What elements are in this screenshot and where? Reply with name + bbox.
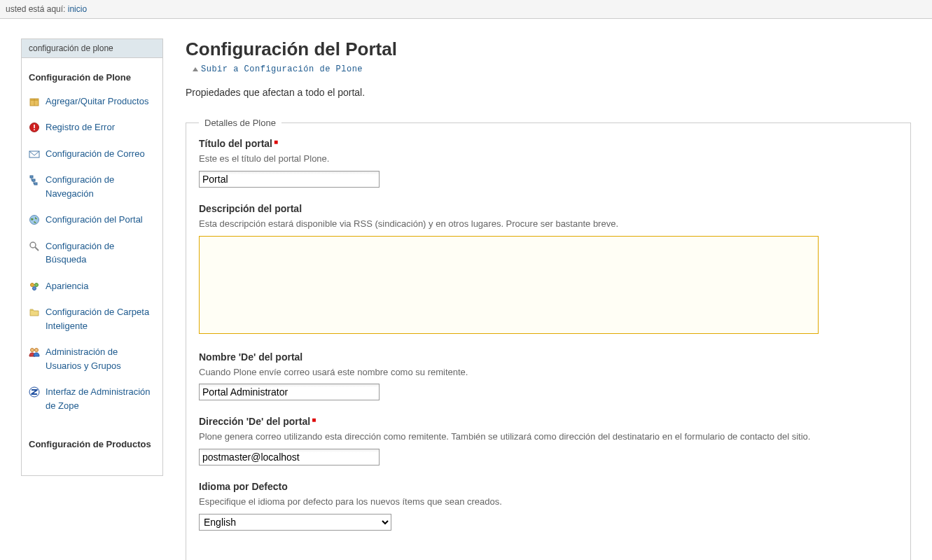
fieldset-plone-details: Detalles de Plone Título del portal■ Est… <box>186 118 911 560</box>
from-address-input[interactable] <box>199 449 380 465</box>
svg-rect-4 <box>34 125 35 128</box>
svg-point-14 <box>30 216 39 225</box>
field-help-site-title: Este es el título del portal Plone. <box>199 152 898 167</box>
sidebar-item-navigation-settings[interactable]: Configuración de Navegación <box>29 173 155 200</box>
field-label-site-description: Descripción del portal <box>199 203 898 214</box>
up-link-text: Subir a Configuración de Plone <box>201 64 363 74</box>
field-label-site-title: Título del portal■ <box>199 138 898 149</box>
field-help-from-address: Plone genera correo utilizando esta dire… <box>199 430 898 444</box>
svg-rect-5 <box>34 130 35 131</box>
users-icon <box>29 346 40 358</box>
svg-point-18 <box>35 283 39 286</box>
sidebar-section-title-products: Configuración de Productos <box>29 438 155 451</box>
svg-point-19 <box>33 286 36 290</box>
field-help-from-name: Cuando Plone envíe correo usará este nom… <box>199 365 898 380</box>
theme-icon <box>29 281 40 292</box>
world-icon <box>29 214 40 225</box>
sidebar-item-mail-settings[interactable]: Configuración de Correo <box>29 147 155 161</box>
search-icon <box>29 241 40 252</box>
sidebar-item-search-settings[interactable]: Configuración de Búsqueda <box>29 239 155 267</box>
error-icon <box>29 122 40 133</box>
page-title: Configuración del Portal <box>186 38 911 60</box>
sidebar-item-smart-folder-settings[interactable]: Configuración de Carpeta Inteligente <box>29 305 155 332</box>
sidebar: configuración de plone Configuración de … <box>21 38 163 560</box>
sidebar-item-label: Agregar/Quitar Productos <box>46 94 148 108</box>
sidebar-item-label: Registro de Error <box>46 120 115 134</box>
svg-point-21 <box>35 349 39 352</box>
nav-icon <box>29 174 40 186</box>
sidebar-item-error-log[interactable]: Registro de Error <box>29 120 155 134</box>
breadcrumb: usted está aquí: inicio <box>0 0 932 19</box>
page-description: Propiedades que afectan a todo el portal… <box>186 87 911 98</box>
svg-point-15 <box>30 242 36 248</box>
breadcrumb-home-link[interactable]: inicio <box>68 4 87 14</box>
sidebar-item-skins[interactable]: Apariencia <box>29 279 155 293</box>
field-from-name: Nombre 'De' del portal Cuando Plone enví… <box>199 351 898 401</box>
field-site-title: Título del portal■ Este es el título del… <box>199 138 898 188</box>
zope-icon <box>29 386 40 398</box>
sidebar-item-label: Interfaz de Administración de Zope <box>46 385 155 412</box>
field-label-from-address: Dirección 'De' del portal■ <box>199 416 898 427</box>
sidebar-item-label: Configuración de Correo <box>46 147 145 161</box>
svg-rect-7 <box>30 176 33 178</box>
field-from-address: Dirección 'De' del portal■ Plone genera … <box>199 416 898 465</box>
svg-point-20 <box>31 349 34 352</box>
field-help-default-language: Especifique el idioma por defecto para l… <box>199 495 898 510</box>
field-site-description: Descripción del portal Esta descripción … <box>199 203 898 336</box>
sidebar-item-users-groups[interactable]: Administración de Usuarios y Grupos <box>29 345 155 372</box>
field-label-default-language: Idioma por Defecto <box>199 481 898 492</box>
field-help-site-description: Esta descripción estará disponible via R… <box>199 217 898 232</box>
sidebar-item-label: Configuración de Búsqueda <box>46 239 155 267</box>
svg-rect-9 <box>34 183 37 185</box>
sidebar-item-add-remove-products[interactable]: Agregar/Quitar Productos <box>29 94 155 108</box>
svg-line-16 <box>35 247 39 251</box>
field-default-language: Idioma por Defecto Especifique el idioma… <box>199 481 898 531</box>
from-name-input[interactable] <box>199 384 380 400</box>
sidebar-item-label: Apariencia <box>46 279 88 293</box>
default-language-select[interactable]: English <box>199 514 391 531</box>
mail-icon <box>29 148 40 160</box>
fieldset-legend: Detalles de Plone <box>199 118 281 128</box>
breadcrumb-prefix: usted está aquí: <box>6 4 68 14</box>
site-description-input[interactable] <box>199 236 819 334</box>
field-label-from-name: Nombre 'De' del portal <box>199 351 898 363</box>
folder-icon <box>29 307 40 318</box>
svg-rect-8 <box>32 179 35 181</box>
box-icon <box>29 96 40 107</box>
sidebar-item-label: Configuración del Portal <box>46 213 143 227</box>
sidebar-item-portal-settings[interactable]: Configuración del Portal <box>29 213 155 227</box>
portlet-body: Configuración de Plone Agregar/Quitar Pr… <box>21 58 163 476</box>
sidebar-item-label: Configuración de Carpeta Inteligente <box>46 305 155 332</box>
sidebar-item-label: Administración de Usuarios y Grupos <box>46 345 155 372</box>
sidebar-section-title-plone: Configuración de Plone <box>29 71 155 85</box>
up-link[interactable]: Subir a Configuración de Plone <box>193 64 911 74</box>
required-marker: ■ <box>274 138 278 146</box>
portlet-header: configuración de plone <box>21 38 163 58</box>
sidebar-item-label: Configuración de Navegación <box>46 173 155 200</box>
required-marker: ■ <box>312 416 316 424</box>
triangle-up-icon <box>193 67 198 71</box>
svg-point-17 <box>31 283 34 286</box>
sidebar-item-zmi[interactable]: Interfaz de Administración de Zope <box>29 385 155 412</box>
site-title-input[interactable] <box>199 171 380 188</box>
main-content: Configuración del Portal Subir a Configu… <box>186 38 932 560</box>
